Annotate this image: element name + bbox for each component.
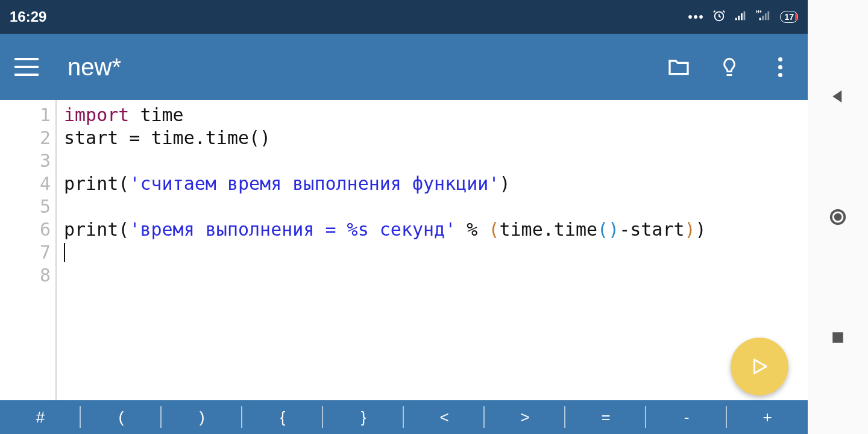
battery-indicator: 17 xyxy=(780,11,798,23)
sym-plus[interactable]: + xyxy=(727,400,808,434)
sym-gt[interactable]: > xyxy=(485,400,565,434)
status-indicators: ••• H+ 17 xyxy=(688,9,798,25)
alarm-icon xyxy=(712,9,726,25)
status-bar: 16:29 ••• H+ 17 xyxy=(0,0,808,34)
token: ) xyxy=(499,173,510,194)
sym-minus[interactable]: - xyxy=(646,400,727,434)
token: ) xyxy=(696,219,706,240)
sym-lparen[interactable]: ( xyxy=(81,400,162,434)
code-editor[interactable]: import time start = time.time() print('с… xyxy=(57,100,808,400)
device-nav-bar xyxy=(808,0,868,434)
sym-label: = xyxy=(601,408,610,427)
token: print( xyxy=(64,173,129,194)
folder-icon[interactable] xyxy=(665,54,692,80)
line-number: 6 xyxy=(0,218,51,241)
sym-lbrace[interactable]: { xyxy=(242,400,323,434)
sym-label: ( xyxy=(119,408,124,427)
sym-label: ) xyxy=(200,408,205,427)
sym-rbrace[interactable]: } xyxy=(323,400,404,434)
app-bar-actions xyxy=(665,54,793,80)
menu-icon[interactable] xyxy=(14,58,39,76)
sym-lt[interactable]: < xyxy=(404,400,485,434)
token-string: 'время выполнения = %s секунд' xyxy=(129,219,456,240)
app-bar: new* xyxy=(0,34,808,100)
symbol-toolbar: # ( ) { } < > = - + xyxy=(0,400,808,434)
editor-area: 1 2 3 4 5 6 7 8 import time start = time… xyxy=(0,100,808,400)
signal-h-icon: H+ xyxy=(756,9,772,25)
text-cursor xyxy=(64,243,65,262)
token-paren: ( xyxy=(597,219,608,240)
token: time xyxy=(129,104,183,125)
lightbulb-icon[interactable] xyxy=(716,54,743,80)
token-string: 'считаем время выполнения функции' xyxy=(129,173,499,194)
sym-label: > xyxy=(520,408,529,427)
sym-label: } xyxy=(361,408,366,427)
run-button[interactable] xyxy=(731,338,788,395)
sym-eq[interactable]: = xyxy=(565,400,646,434)
line-number: 3 xyxy=(0,149,51,172)
nav-back-icon[interactable] xyxy=(827,86,849,107)
status-dots-icon: ••• xyxy=(688,10,704,24)
svg-point-3 xyxy=(834,213,842,221)
svg-rect-4 xyxy=(832,332,843,343)
token-paren: ( xyxy=(488,219,499,240)
sym-hash[interactable]: # xyxy=(0,400,81,434)
nav-home-icon[interactable] xyxy=(827,206,849,228)
line-number: 5 xyxy=(0,195,51,218)
sym-label: { xyxy=(280,408,286,427)
nav-recent-icon[interactable] xyxy=(827,327,849,348)
line-number: 2 xyxy=(0,127,51,149)
sym-rparen[interactable]: ) xyxy=(162,400,242,434)
line-number: 4 xyxy=(0,172,51,195)
token: time.time xyxy=(499,219,597,240)
line-number: 8 xyxy=(0,264,51,287)
play-icon xyxy=(749,356,770,377)
svg-text:H+: H+ xyxy=(756,9,763,14)
battery-level: 17 xyxy=(784,12,794,22)
sym-label: - xyxy=(684,408,690,427)
status-time: 16:29 xyxy=(10,8,46,25)
token-paren: ) xyxy=(685,219,696,240)
document-title: new* xyxy=(68,54,665,81)
token: -start xyxy=(619,219,684,240)
line-number: 7 xyxy=(0,241,51,264)
token-paren: ) xyxy=(608,219,619,240)
token: print( xyxy=(64,219,129,240)
sym-label: # xyxy=(36,408,45,427)
token-keyword: import xyxy=(64,104,129,125)
signal-icon xyxy=(734,9,747,25)
code-line: start = time.time() xyxy=(64,127,271,148)
sym-label: < xyxy=(439,408,448,427)
line-number: 1 xyxy=(0,104,51,127)
more-vert-icon[interactable] xyxy=(767,54,793,80)
line-gutter: 1 2 3 4 5 6 7 8 xyxy=(0,100,57,400)
sym-label: + xyxy=(763,408,772,427)
token: % xyxy=(456,219,488,240)
device-screen: 16:29 ••• H+ 17 new* xyxy=(0,0,808,434)
